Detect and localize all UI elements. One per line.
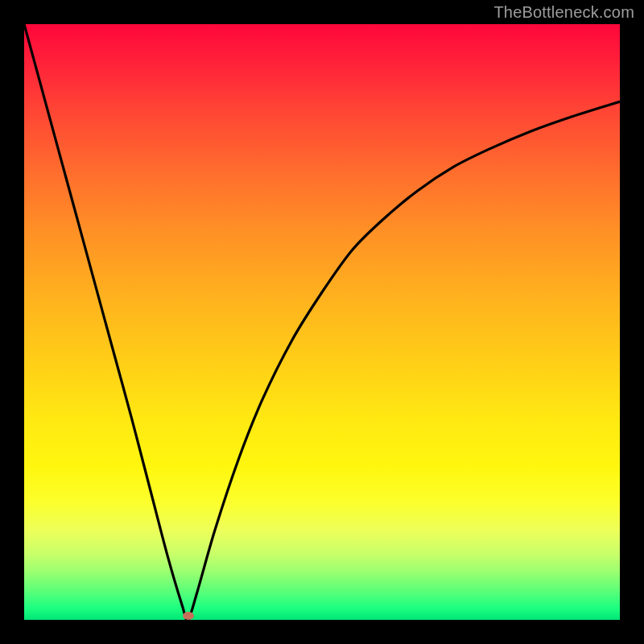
plot-area: [24, 24, 620, 620]
minimum-marker: [183, 612, 194, 620]
chart-frame: TheBottleneck.com: [0, 0, 644, 644]
watermark-text: TheBottleneck.com: [493, 3, 634, 22]
curve-path: [24, 24, 620, 620]
bottleneck-curve: [24, 24, 620, 620]
